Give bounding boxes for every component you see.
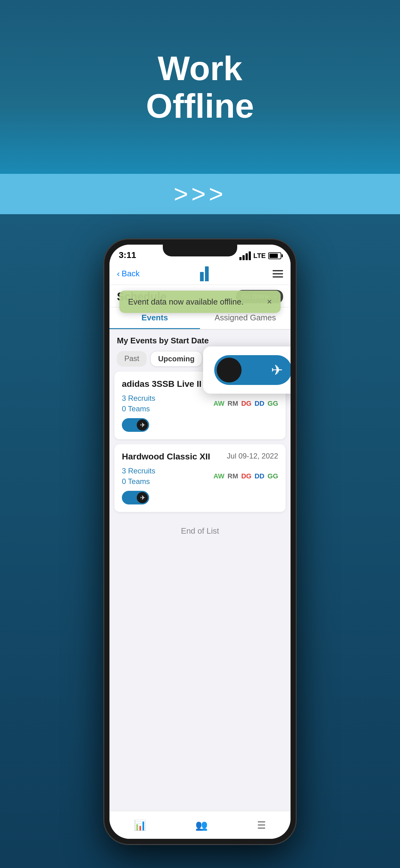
event-2-recruits: 3 Recruits [122,467,155,475]
large-offline-toggle[interactable]: ✈ [214,355,291,385]
badge-aw-2: AW [213,472,224,480]
people-icon: 👥 [195,819,208,831]
event-1-stats: 3 Recruits 0 Teams AW RM DG DD GG [122,394,278,413]
hero-title-line2: Offline [146,87,254,125]
battery-icon [268,252,281,259]
app-logo [200,266,212,281]
filter-upcoming[interactable]: Upcoming [151,351,202,367]
event-1-stat-left: 3 Recruits 0 Teams [122,394,155,413]
status-time: 3:11 [119,250,136,260]
event-1-teams: 0 Teams [122,404,155,413]
signal-bars-icon [239,251,251,260]
logo-icon [200,266,212,281]
event-1-offline-toggle[interactable]: ✈ [122,418,149,432]
event-1-toggle-container: ✈ [122,418,278,432]
event-2-teams: 0 Teams [122,477,155,486]
stats-icon: 📊 [134,819,146,831]
chevron-arrows: >>> [174,182,226,207]
back-chevron-icon: ‹ [117,269,120,279]
badge-dd-1: DD [255,400,265,408]
back-button[interactable]: ‹ Back [117,269,139,279]
toast-notification: Event data now available offline. × [120,290,280,313]
event-2-badges: AW RM DG DD GG [213,472,278,480]
badge-gg-1: GG [268,400,278,408]
back-label: Back [122,269,139,278]
phone-section: 3:11 LTE ‹ B [0,214,400,868]
hero-section: Work Offline [0,0,400,174]
events-heading: My Events by Start Date [109,330,291,349]
event-1-name: adidas 3SSB Live II [122,379,202,389]
event-2-toggle-container: ✈ [122,491,278,504]
large-plane-icon: ✈ [271,362,283,378]
event-2-offline-toggle[interactable]: ✈ [122,491,149,504]
badge-dg-1: DG [241,400,252,408]
event-2-date: Jul 09-12, 2022 [227,452,278,460]
badge-dg-2: DG [241,472,252,480]
filter-past[interactable]: Past [117,351,147,367]
lte-label: LTE [253,252,266,260]
phone-screen: 3:11 LTE ‹ B [109,245,291,839]
hamburger-button[interactable] [272,270,283,278]
phone-notch [163,245,237,256]
event-2-plane-icon: ✈ [140,494,145,501]
menu-icon: ☰ [257,819,266,831]
event-card-2-header: Hardwood Classic XII Jul 09-12, 2022 [122,452,278,462]
hero-title-line1: Work [158,49,242,87]
nav-bar: ‹ Back [109,262,291,285]
event-2-stats: 3 Recruits 0 Teams AW RM DG DD GG [122,467,278,486]
badge-aw-1: AW [213,400,224,408]
phone-shell: 3:11 LTE ‹ B [104,239,296,844]
chevron-banner: >>> [0,174,400,214]
toast-close-button[interactable]: × [267,297,272,307]
bottom-nav-people[interactable]: 👥 [195,819,208,831]
badge-rm-1: RM [228,400,238,408]
hero-title: Work Offline [146,49,254,124]
large-toggle-knob [217,358,241,382]
event-1-plane-icon: ✈ [140,421,145,429]
badge-dd-2: DD [255,472,265,480]
bottom-nav: 📊 👥 ☰ [109,811,291,839]
status-icons: LTE [239,251,281,260]
badge-gg-2: GG [268,472,278,480]
event-card-2: Hardwood Classic XII Jul 09-12, 2022 3 R… [114,444,286,512]
end-of-list: End of List [109,517,291,545]
bottom-nav-menu[interactable]: ☰ [257,819,266,831]
bottom-nav-stats[interactable]: 📊 [134,819,146,831]
offline-toggle-overlay: ✈ [203,346,291,394]
badge-rm-2: RM [228,472,238,480]
event-1-badges: AW RM DG DD GG [213,400,278,408]
event-2-name: Hardwood Classic XII [122,452,210,462]
toast-message: Event data now available offline. [128,297,243,307]
event-2-stat-left: 3 Recruits 0 Teams [122,467,155,486]
event-1-recruits: 3 Recruits [122,394,155,403]
